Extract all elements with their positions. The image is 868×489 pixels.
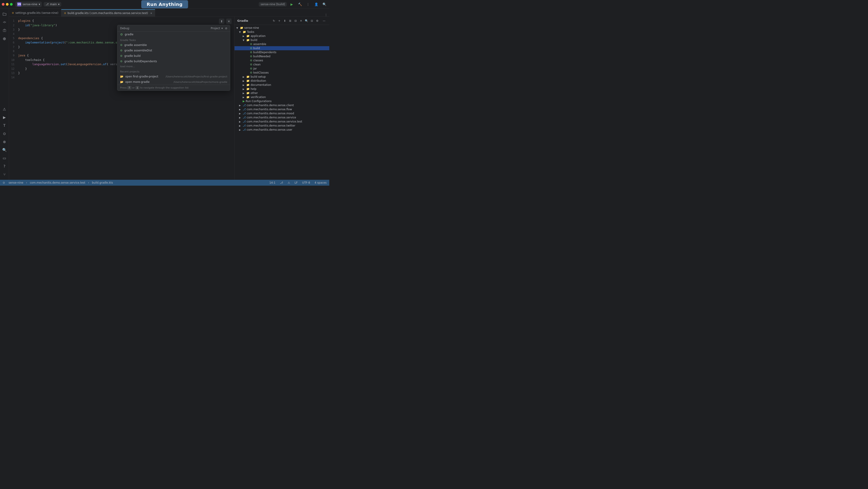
code-editor[interactable]: ⬆ ✕ 1 plugins { 2 id("java-library"): [9, 17, 234, 180]
gradle-root-label: sense-nine: [244, 26, 328, 29]
run-button[interactable]: ▶: [288, 1, 295, 7]
editor-push-icon[interactable]: ⬆: [219, 19, 224, 24]
close-window-button[interactable]: [2, 3, 4, 6]
tab-close-button[interactable]: ✕: [150, 12, 152, 15]
search-everywhere-button[interactable]: 🔍: [321, 1, 328, 7]
line-ending[interactable]: LF: [294, 181, 299, 184]
debug-task-4[interactable]: ⚙ gradle buildDependents: [117, 59, 230, 64]
sidebar-item-vcs[interactable]: [1, 19, 8, 26]
gradle-module-twitter[interactable]: ▶ ⎇ com.mechanitis.demo.sense.twitter: [235, 124, 329, 128]
module-service-test-icon: ⎇: [243, 120, 246, 123]
sidebar-item-more[interactable]: ⊕: [1, 35, 8, 42]
more-options-button[interactable]: ⋮: [305, 1, 311, 7]
gradle-tree[interactable]: ▼ 📁 sense-nine ▼ 📁 Tasks ▶ 📁 applic: [235, 25, 329, 180]
sidebar-item-terminal[interactable]: ▭: [1, 154, 8, 162]
gradle-task-classes[interactable]: ⚙ classes: [235, 58, 329, 62]
sidebar-item-services[interactable]: ⊙: [1, 130, 8, 137]
gradle-root[interactable]: ▼ 📁 sense-nine: [235, 26, 329, 30]
debug-filter-icon[interactable]: ⊘: [225, 27, 227, 30]
gradle-expand-button[interactable]: ⊞: [288, 18, 293, 23]
sidebar-item-packages[interactable]: [1, 27, 8, 34]
gradle-build-setup[interactable]: ▶ 📁 build setup: [235, 75, 329, 79]
breadcrumb-module[interactable]: com.mechanitis.demo.sense.service.test: [29, 181, 86, 184]
warnings-icon[interactable]: ⚠: [287, 181, 291, 184]
sidebar-item-database[interactable]: ⊗: [1, 138, 8, 145]
branch-selector[interactable]: ⎇ main ▾: [44, 2, 61, 6]
project-selector[interactable]: SN sense-nine ▾: [16, 2, 42, 7]
git-status-icon[interactable]: ⎇: [279, 181, 284, 184]
gradle-task-jar[interactable]: ⚙ jar: [235, 66, 329, 70]
sidebar-item-problems[interactable]: ⚠: [1, 106, 8, 113]
encoding[interactable]: UTF-8: [301, 181, 311, 184]
sidebar-item-folder[interactable]: [1, 10, 8, 18]
debug-task-3-icon: ⚙: [120, 54, 123, 58]
gradle-other[interactable]: ▶ 📁 other: [235, 91, 329, 95]
gradle-download-button[interactable]: ⬇: [282, 18, 287, 23]
gradle-application-folder[interactable]: ▶ 📁 application: [235, 34, 329, 38]
profile-button[interactable]: 👤: [313, 1, 319, 7]
gradle-module-client[interactable]: ▶ ⎇ com.mechanitis.demo.sense.client: [235, 103, 329, 107]
gradle-module-mood[interactable]: ▶ ⎇ com.mechanitis.demo.sense.mood: [235, 111, 329, 115]
load-more-button[interactable]: load more...: [117, 64, 230, 69]
sidebar-item-debugger[interactable]: T: [1, 122, 8, 129]
documentation-label: documentation: [251, 83, 328, 86]
project-name: sense-nine: [23, 3, 37, 6]
gradle-refresh-button[interactable]: ↻: [271, 18, 276, 23]
module-client-icon: ⎇: [243, 104, 246, 107]
gradle-build-folder[interactable]: ▼ 📁 build: [235, 38, 329, 42]
gradle-module-user[interactable]: ▶ ⎇ com.mechanitis.demo.sense.user: [235, 128, 329, 132]
debug-recent-1[interactable]: 📂 open first-gradle-project /Users/helen…: [117, 74, 230, 79]
gradle-minimize-button[interactable]: —: [321, 18, 327, 23]
tab-overflow-menu[interactable]: ⋮: [323, 13, 329, 17]
gradle-module-service[interactable]: ▶ ⎇ com.mechanitis.demo.sense.service: [235, 115, 329, 119]
distribution-label: distribution: [251, 79, 328, 82]
debug-recent-2[interactable]: 📂 open more-gradle /Users/helenscott/Ide…: [117, 79, 230, 85]
debug-search-input[interactable]: [132, 27, 209, 30]
gradle-collapse-button[interactable]: ⊟: [293, 18, 298, 23]
gradle-documentation[interactable]: ▶ 📁 documentation: [235, 83, 329, 87]
breadcrumb-project[interactable]: sense-nine: [8, 181, 24, 184]
minimize-window-button[interactable]: [6, 3, 9, 6]
breadcrumb-file[interactable]: build.gradle.kts: [91, 181, 114, 184]
gradle-task-build-needed[interactable]: ⚙ buildNeeded: [235, 54, 329, 58]
gradle-task-build[interactable]: ⚙ build: [235, 46, 329, 50]
tab-settings[interactable]: ⚙ settings.gradle.kts (sense-nine): [9, 9, 61, 17]
editor-close-icon[interactable]: ✕: [226, 19, 231, 24]
sidebar-item-git[interactable]: ⑂: [1, 171, 8, 178]
debug-filter[interactable]: Project ▾ ⊘: [211, 27, 227, 30]
build-button[interactable]: 🔨: [297, 1, 303, 7]
maximize-window-button[interactable]: [10, 3, 13, 6]
tasks-folder-icon: 📁: [243, 30, 246, 33]
gradle-task-assemble[interactable]: ⚙ assemble: [235, 42, 329, 46]
cursor-position[interactable]: 14:1: [269, 181, 276, 184]
sidebar-item-run[interactable]: ▶: [1, 114, 8, 121]
sidebar-item-help[interactable]: ?: [1, 163, 8, 170]
gradle-filter-button[interactable]: ⊟: [309, 18, 314, 23]
indent[interactable]: 4 spaces: [314, 181, 328, 184]
build-folder-label: build: [251, 38, 328, 42]
gradle-settings-button[interactable]: ⚙: [315, 18, 320, 23]
gradle-task-clean[interactable]: ⚙ clean: [235, 62, 329, 66]
build-label: sense-nine [build]: [259, 2, 287, 6]
gradle-task-build-dependents[interactable]: ⚙ buildDependents: [235, 50, 329, 54]
debug-task-3[interactable]: ⚙ gradle build: [117, 53, 230, 59]
gradle-help[interactable]: ▶ 📁 help: [235, 87, 329, 91]
gradle-task-test-classes[interactable]: ⚙ testClasses: [235, 70, 329, 75]
debug-task-1-icon: ⚙: [120, 44, 123, 47]
debug-task-2[interactable]: ⚙ gradle assembleDist: [117, 48, 230, 53]
tab-build[interactable]: ⚙ build.gradle.kts (:com.mechanitis.demo…: [61, 9, 155, 17]
gradle-distribution[interactable]: ▶ 📁 distribution: [235, 79, 329, 83]
gradle-search-button[interactable]: 🔍: [304, 18, 309, 23]
status-project-icon[interactable]: ⊙: [2, 181, 6, 184]
gradle-verification[interactable]: ▶ 📁 verification: [235, 95, 329, 99]
sidebar-item-find[interactable]: 🔍: [1, 146, 8, 153]
gradle-cancel-button[interactable]: ✕: [299, 18, 304, 23]
debug-gradle-item[interactable]: ⚙ gradle: [117, 31, 230, 37]
gradle-run-configs[interactable]: ▶ Run Configurations: [235, 99, 329, 103]
debug-task-1[interactable]: ⚙ gradle assemble: [117, 42, 230, 48]
branch-chevron-icon: ▾: [58, 3, 60, 6]
gradle-module-flow[interactable]: ▶ ⎇ com.mechanitis.demo.sense.flow: [235, 107, 329, 111]
gradle-add-button[interactable]: +: [277, 18, 282, 23]
gradle-module-service-test[interactable]: ▶ ⎇ com.mechanitis.demo.sense.service.te…: [235, 119, 329, 124]
gradle-tasks-folder[interactable]: ▼ 📁 Tasks: [235, 30, 329, 34]
